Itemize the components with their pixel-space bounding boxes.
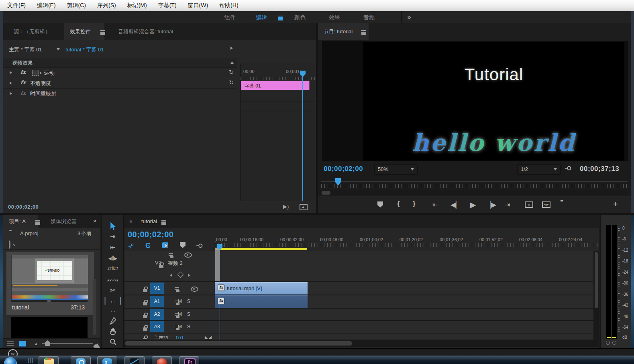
workspace-tab-assembly[interactable]: 组件 — [213, 11, 247, 23]
track-select-forward-tool[interactable]: ⇥ — [102, 233, 124, 240]
step-forward-icon[interactable]: ▕▶ — [486, 201, 496, 209]
timeline-settings-wrench-icon[interactable]: ⚲ — [195, 243, 204, 248]
expand-time-remapping-icon[interactable] — [10, 92, 12, 95]
rate-stretch-tool[interactable]: ↜↝ — [102, 276, 124, 284]
workspace-tab-audio[interactable]: 音频 — [352, 11, 386, 23]
v1-track-label[interactable]: V1 — [150, 283, 164, 294]
collapse-section-icon[interactable] — [230, 61, 234, 64]
v2-sync-lock-icon[interactable] — [169, 253, 173, 258]
workspace-tab-effects[interactable]: 效果 — [317, 11, 352, 23]
master-clip-dropdown-icon[interactable] — [57, 48, 60, 51]
meter-channel-dot-left[interactable] — [606, 341, 610, 345]
close-tab-icon[interactable]: × — [129, 218, 133, 225]
effect-name[interactable]: 时间重映射 — [30, 90, 56, 98]
effect-name[interactable]: 运动 — [44, 69, 55, 77]
mini-playhead-line[interactable] — [302, 75, 303, 216]
program-current-timecode[interactable]: 00;00;02;00 — [324, 165, 363, 173]
track-select-backward-tool[interactable]: ⇤ — [102, 244, 124, 251]
hand-tool[interactable] — [102, 328, 124, 337]
v1-sync-lock-icon[interactable] — [175, 287, 179, 292]
taskbar-premiere-button[interactable]: Pr — [179, 356, 199, 364]
ripple-edit-tool[interactable]: ◂‖▸ — [102, 254, 124, 262]
go-to-in-icon[interactable]: ⇤ — [432, 201, 438, 209]
video-effects-section-header[interactable]: 视频效果 — [3, 58, 237, 68]
go-to-out-icon[interactable]: ⇥ — [504, 201, 510, 209]
bin-name[interactable]: A.prproj — [20, 230, 39, 236]
title-clip-bar[interactable]: 字幕 01 — [241, 81, 310, 90]
search-input[interactable] — [17, 240, 95, 248]
taskbar-app-blue-2-button[interactable]: S — [97, 356, 117, 364]
timeline-vscrollbar-thumb[interactable] — [595, 252, 598, 308]
button-editor-icon[interactable]: + — [613, 200, 618, 209]
effect-row-motion[interactable]: fx 运动 ↺ — [3, 67, 237, 78]
reset-opacity-icon[interactable]: ↺ — [229, 79, 234, 86]
fx-badge-opacity[interactable]: fx — [20, 79, 26, 85]
a3-mute-button[interactable]: M — [178, 324, 182, 329]
menu-sequence[interactable]: 序列(S) — [97, 2, 116, 9]
list-view-icon[interactable] — [7, 341, 14, 346]
taskbar-app-swoosh-button[interactable] — [124, 356, 145, 364]
thumb-scrub-bar[interactable] — [11, 300, 88, 302]
effect-controls-panel-menu-icon[interactable] — [100, 30, 105, 32]
a3-solo-button[interactable]: S — [187, 324, 190, 329]
v2-clip-stub[interactable] — [215, 248, 220, 281]
expand-motion-icon[interactable] — [10, 71, 12, 74]
a3-track-label[interactable]: A3 — [150, 321, 164, 332]
playback-resolution-select[interactable]: 1/2 — [517, 164, 561, 175]
v1-lock-icon[interactable] — [143, 289, 147, 292]
tab-audio-clip-mixer[interactable]: 音频剪辑混合器: tutorial — [112, 23, 179, 40]
master-lock-icon[interactable] — [143, 338, 147, 339]
v2-toggle-output-icon[interactable] — [184, 252, 192, 258]
a1-solo-button[interactable]: S — [187, 299, 190, 304]
video-clip-tutorial[interactable]: fx tutorial.mp4 [V] — [215, 282, 308, 295]
menu-file[interactable]: 文件(F) — [7, 2, 26, 9]
effect-name[interactable]: 不透明度 — [30, 80, 51, 87]
project-scrollbar-thumb[interactable] — [93, 279, 96, 335]
menu-window[interactable]: 窗口(W) — [188, 2, 208, 9]
a1-mute-button[interactable]: M — [178, 299, 182, 304]
taskbar-app-red-button[interactable] — [152, 356, 172, 364]
snap-icon[interactable]: ✂ — [126, 241, 137, 251]
workspace-tab-color[interactable]: 颜色 — [283, 11, 317, 23]
v2-track-label[interactable]: V2 — [155, 260, 161, 266]
add-marker-icon[interactable] — [377, 201, 383, 207]
timeline-add-marker-icon[interactable] — [180, 242, 186, 248]
step-back-icon[interactable]: ◀▏ — [451, 201, 461, 209]
work-area-bar[interactable] — [215, 248, 307, 250]
mark-in-icon[interactable]: { — [397, 200, 400, 208]
menu-title[interactable]: 字幕(T) — [158, 2, 177, 9]
master-meter-icon[interactable]: ◣◢ — [205, 335, 212, 339]
expand-opacity-icon[interactable] — [10, 81, 12, 85]
meter-channel-dot-right[interactable] — [612, 341, 616, 345]
effect-controls-timecode[interactable]: 00;00;02;00 — [8, 204, 39, 210]
tab-timeline-sequence[interactable]: tutorial — [136, 215, 163, 228]
fx-badge-time-remapping[interactable]: fx — [20, 90, 26, 96]
a2-solo-button[interactable]: S — [187, 311, 190, 317]
audio-clip-tutorial[interactable]: fx — [215, 295, 308, 308]
thumbnail-zoom-slider-handle[interactable] — [45, 340, 50, 346]
extract-icon[interactable]: ◂▴▸ — [542, 201, 550, 208]
timeline-hscrollbar[interactable] — [124, 340, 599, 347]
clip-name-label[interactable]: tutorial — [12, 304, 29, 311]
taskbar-app-blue-1-button[interactable] — [71, 356, 91, 364]
slide-tool[interactable]: ⇔ — [102, 307, 124, 315]
fx-badge-motion[interactable]: fx — [20, 69, 26, 75]
workspace-overflow-chevron[interactable]: » — [403, 11, 415, 23]
rolling-edit-tool[interactable]: ⇄‖⇄ — [102, 265, 124, 271]
program-panel-menu-icon[interactable] — [361, 30, 366, 32]
prev-keyframe-icon[interactable] — [170, 274, 172, 277]
program-scrollbar[interactable] — [321, 190, 628, 195]
razor-tool[interactable]: ✂ — [102, 287, 124, 294]
thumbnail-zoom-slider[interactable] — [42, 343, 93, 344]
play-audio-only-icon[interactable]: ▶) — [283, 203, 289, 209]
program-video-frame[interactable]: Tutorial hello world — [363, 42, 624, 161]
next-keyframe-icon[interactable] — [188, 274, 190, 277]
v1-toggle-output-icon[interactable] — [191, 287, 198, 292]
menu-marker[interactable]: 标记(M) — [127, 2, 147, 9]
project-item-card[interactable]: ✔envato tutorial 37;13 — [6, 252, 94, 315]
tab-media-browser[interactable]: 媒体浏览器 — [45, 215, 82, 228]
project-overflow-chevron[interactable]: » — [93, 217, 96, 224]
a2-track-label[interactable]: A2 — [150, 309, 164, 320]
zoom-in-thumb-icon[interactable] — [94, 341, 99, 348]
a1-track-label[interactable]: A1 — [150, 296, 164, 307]
